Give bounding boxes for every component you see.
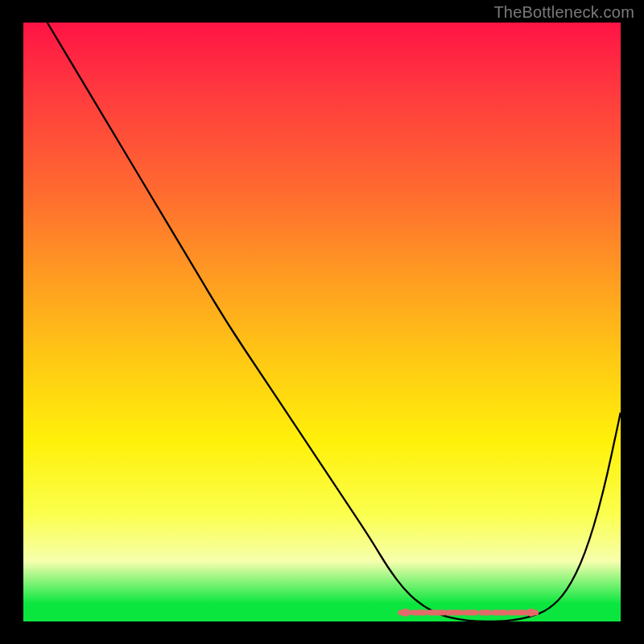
chart-container: TheBottleneck.com (0, 0, 644, 644)
curve-layer (23, 23, 621, 621)
plot-area (23, 23, 621, 621)
attribution-text: TheBottleneck.com (493, 3, 634, 22)
bottleneck-curve (47, 23, 621, 621)
svg-point-0 (402, 609, 410, 617)
optimal-range-marks (401, 609, 536, 617)
svg-point-1 (527, 609, 535, 617)
